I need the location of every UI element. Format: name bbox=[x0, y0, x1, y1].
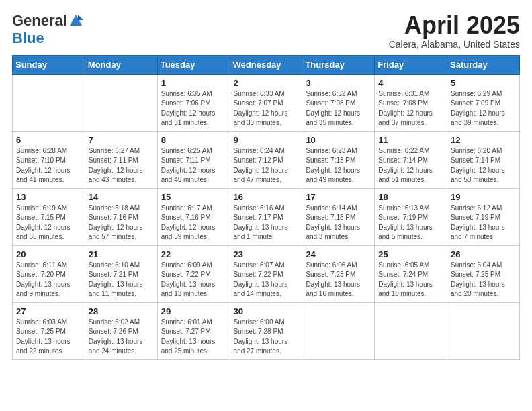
month-title: April 2025 bbox=[389, 12, 520, 39]
day-number: 9 bbox=[234, 135, 299, 145]
day-number: 11 bbox=[378, 135, 443, 145]
day-info: Sunrise: 6:11 AM Sunset: 7:20 PM Dayligh… bbox=[16, 261, 81, 300]
day-info: Sunrise: 6:35 AM Sunset: 7:06 PM Dayligh… bbox=[161, 89, 226, 128]
logo-blue-text: Blue bbox=[12, 30, 44, 46]
logo-general-text: General bbox=[12, 12, 67, 30]
calendar-cell: 3Sunrise: 6:32 AM Sunset: 7:08 PM Daylig… bbox=[302, 74, 375, 131]
day-info: Sunrise: 6:03 AM Sunset: 7:25 PM Dayligh… bbox=[16, 318, 81, 357]
calendar-cell bbox=[447, 302, 520, 359]
day-info: Sunrise: 6:31 AM Sunset: 7:08 PM Dayligh… bbox=[378, 89, 443, 128]
calendar-cell: 15Sunrise: 6:17 AM Sunset: 7:16 PM Dayli… bbox=[157, 188, 230, 245]
calendar-week-row: 13Sunrise: 6:19 AM Sunset: 7:15 PM Dayli… bbox=[13, 188, 520, 245]
day-number: 8 bbox=[161, 135, 226, 145]
page: General Blue April 2025 Calera, Alabama,… bbox=[0, 0, 532, 411]
day-info: Sunrise: 6:18 AM Sunset: 7:16 PM Dayligh… bbox=[89, 203, 154, 242]
day-info: Sunrise: 6:17 AM Sunset: 7:16 PM Dayligh… bbox=[161, 203, 226, 242]
calendar-cell: 9Sunrise: 6:24 AM Sunset: 7:12 PM Daylig… bbox=[230, 131, 302, 188]
day-info: Sunrise: 6:01 AM Sunset: 7:27 PM Dayligh… bbox=[161, 318, 226, 357]
calendar-cell: 22Sunrise: 6:09 AM Sunset: 7:22 PM Dayli… bbox=[157, 245, 230, 302]
calendar-cell: 10Sunrise: 6:23 AM Sunset: 7:13 PM Dayli… bbox=[302, 131, 375, 188]
day-number: 18 bbox=[378, 192, 443, 202]
calendar-cell: 5Sunrise: 6:29 AM Sunset: 7:09 PM Daylig… bbox=[447, 74, 520, 131]
calendar-week-row: 6Sunrise: 6:28 AM Sunset: 7:10 PM Daylig… bbox=[13, 131, 520, 188]
day-number: 23 bbox=[234, 249, 299, 259]
day-number: 1 bbox=[161, 78, 226, 88]
calendar-dow-monday: Monday bbox=[85, 55, 157, 74]
calendar-week-row: 20Sunrise: 6:11 AM Sunset: 7:20 PM Dayli… bbox=[13, 245, 520, 302]
day-number: 17 bbox=[306, 192, 371, 202]
day-info: Sunrise: 6:07 AM Sunset: 7:22 PM Dayligh… bbox=[234, 261, 299, 300]
calendar-cell: 27Sunrise: 6:03 AM Sunset: 7:25 PM Dayli… bbox=[13, 302, 85, 359]
title-area: April 2025 Calera, Alabama, United State… bbox=[389, 12, 520, 50]
calendar-cell: 11Sunrise: 6:22 AM Sunset: 7:14 PM Dayli… bbox=[375, 131, 447, 188]
calendar-cell: 12Sunrise: 6:20 AM Sunset: 7:14 PM Dayli… bbox=[447, 131, 520, 188]
day-number: 7 bbox=[89, 135, 154, 145]
day-info: Sunrise: 6:02 AM Sunset: 7:26 PM Dayligh… bbox=[89, 318, 154, 357]
day-number: 2 bbox=[234, 78, 299, 88]
day-number: 4 bbox=[378, 78, 443, 88]
day-info: Sunrise: 6:10 AM Sunset: 7:21 PM Dayligh… bbox=[89, 261, 154, 300]
day-number: 26 bbox=[451, 249, 516, 259]
day-info: Sunrise: 6:14 AM Sunset: 7:18 PM Dayligh… bbox=[306, 203, 371, 242]
calendar-cell bbox=[302, 302, 375, 359]
day-number: 25 bbox=[378, 249, 443, 259]
calendar-cell: 18Sunrise: 6:13 AM Sunset: 7:19 PM Dayli… bbox=[375, 188, 447, 245]
day-info: Sunrise: 6:27 AM Sunset: 7:11 PM Dayligh… bbox=[89, 146, 154, 185]
day-info: Sunrise: 6:16 AM Sunset: 7:17 PM Dayligh… bbox=[234, 203, 299, 242]
calendar-cell: 7Sunrise: 6:27 AM Sunset: 7:11 PM Daylig… bbox=[85, 131, 157, 188]
calendar-cell: 25Sunrise: 6:05 AM Sunset: 7:24 PM Dayli… bbox=[375, 245, 447, 302]
day-info: Sunrise: 6:28 AM Sunset: 7:10 PM Dayligh… bbox=[16, 146, 81, 185]
calendar-dow-wednesday: Wednesday bbox=[230, 55, 302, 74]
calendar-cell: 1Sunrise: 6:35 AM Sunset: 7:06 PM Daylig… bbox=[157, 74, 230, 131]
day-info: Sunrise: 6:13 AM Sunset: 7:19 PM Dayligh… bbox=[378, 203, 443, 242]
day-info: Sunrise: 6:22 AM Sunset: 7:14 PM Dayligh… bbox=[378, 146, 443, 185]
svg-marker-1 bbox=[78, 15, 83, 20]
day-number: 3 bbox=[306, 78, 371, 88]
calendar-dow-friday: Friday bbox=[375, 55, 447, 74]
day-info: Sunrise: 6:12 AM Sunset: 7:19 PM Dayligh… bbox=[451, 203, 516, 242]
day-number: 15 bbox=[161, 192, 226, 202]
calendar-dow-thursday: Thursday bbox=[302, 55, 375, 74]
day-number: 29 bbox=[161, 306, 226, 316]
day-info: Sunrise: 6:19 AM Sunset: 7:15 PM Dayligh… bbox=[16, 203, 81, 242]
day-info: Sunrise: 6:06 AM Sunset: 7:23 PM Dayligh… bbox=[306, 261, 371, 300]
calendar-cell bbox=[375, 302, 447, 359]
day-number: 27 bbox=[16, 306, 81, 316]
calendar-cell: 6Sunrise: 6:28 AM Sunset: 7:10 PM Daylig… bbox=[13, 131, 85, 188]
day-number: 24 bbox=[306, 249, 371, 259]
calendar-cell: 30Sunrise: 6:00 AM Sunset: 7:28 PM Dayli… bbox=[230, 302, 302, 359]
header: General Blue April 2025 Calera, Alabama,… bbox=[12, 12, 520, 50]
calendar-cell: 29Sunrise: 6:01 AM Sunset: 7:27 PM Dayli… bbox=[157, 302, 230, 359]
calendar-week-row: 27Sunrise: 6:03 AM Sunset: 7:25 PM Dayli… bbox=[13, 302, 520, 359]
calendar-cell: 23Sunrise: 6:07 AM Sunset: 7:22 PM Dayli… bbox=[230, 245, 302, 302]
logo: General Blue bbox=[12, 12, 83, 47]
day-info: Sunrise: 6:25 AM Sunset: 7:11 PM Dayligh… bbox=[161, 146, 226, 185]
day-number: 5 bbox=[451, 78, 516, 88]
calendar-cell: 21Sunrise: 6:10 AM Sunset: 7:21 PM Dayli… bbox=[85, 245, 157, 302]
calendar-cell: 19Sunrise: 6:12 AM Sunset: 7:19 PM Dayli… bbox=[447, 188, 520, 245]
calendar-dow-tuesday: Tuesday bbox=[157, 55, 230, 74]
calendar-cell bbox=[85, 74, 157, 131]
day-info: Sunrise: 6:09 AM Sunset: 7:22 PM Dayligh… bbox=[161, 261, 226, 300]
day-info: Sunrise: 6:05 AM Sunset: 7:24 PM Dayligh… bbox=[378, 261, 443, 300]
calendar-cell: 8Sunrise: 6:25 AM Sunset: 7:11 PM Daylig… bbox=[157, 131, 230, 188]
calendar-cell: 16Sunrise: 6:16 AM Sunset: 7:17 PM Dayli… bbox=[230, 188, 302, 245]
day-number: 19 bbox=[451, 192, 516, 202]
day-info: Sunrise: 6:29 AM Sunset: 7:09 PM Dayligh… bbox=[451, 89, 516, 128]
calendar-header-row: SundayMondayTuesdayWednesdayThursdayFrid… bbox=[13, 55, 520, 74]
day-info: Sunrise: 6:00 AM Sunset: 7:28 PM Dayligh… bbox=[234, 318, 299, 357]
day-number: 14 bbox=[89, 192, 154, 202]
day-number: 16 bbox=[234, 192, 299, 202]
calendar-cell: 24Sunrise: 6:06 AM Sunset: 7:23 PM Dayli… bbox=[302, 245, 375, 302]
day-number: 12 bbox=[451, 135, 516, 145]
day-number: 10 bbox=[306, 135, 371, 145]
day-info: Sunrise: 6:24 AM Sunset: 7:12 PM Dayligh… bbox=[234, 146, 299, 185]
calendar-cell: 20Sunrise: 6:11 AM Sunset: 7:20 PM Dayli… bbox=[13, 245, 85, 302]
calendar-dow-saturday: Saturday bbox=[447, 55, 520, 74]
day-number: 21 bbox=[89, 249, 154, 259]
calendar-dow-sunday: Sunday bbox=[13, 55, 85, 74]
calendar-cell: 4Sunrise: 6:31 AM Sunset: 7:08 PM Daylig… bbox=[375, 74, 447, 131]
day-info: Sunrise: 6:23 AM Sunset: 7:13 PM Dayligh… bbox=[306, 146, 371, 185]
day-number: 22 bbox=[161, 249, 226, 259]
day-number: 28 bbox=[89, 306, 154, 316]
